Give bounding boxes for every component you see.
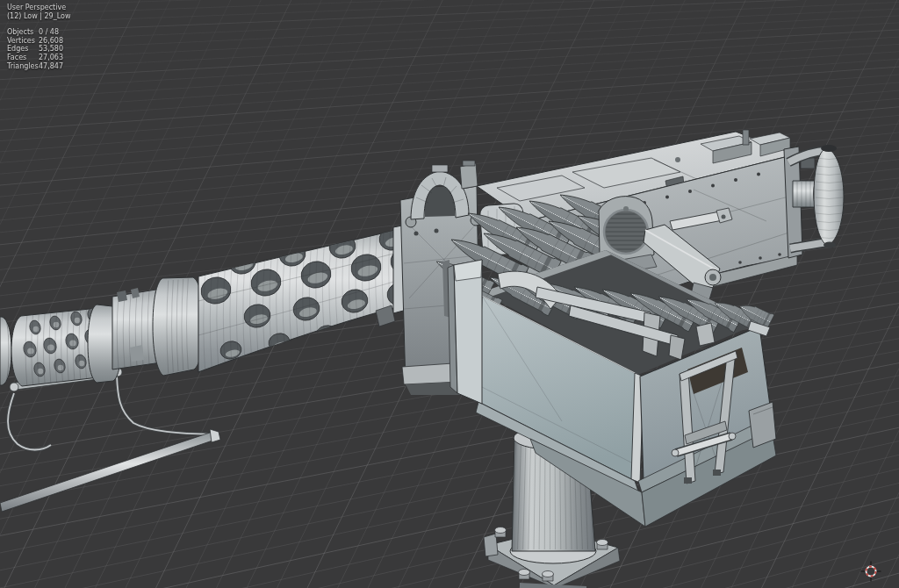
blender-3d-viewport[interactable]: User Perspective (12) Low | 29_Low Objec… (0, 0, 899, 588)
viewport-scene[interactable] (0, 0, 899, 588)
